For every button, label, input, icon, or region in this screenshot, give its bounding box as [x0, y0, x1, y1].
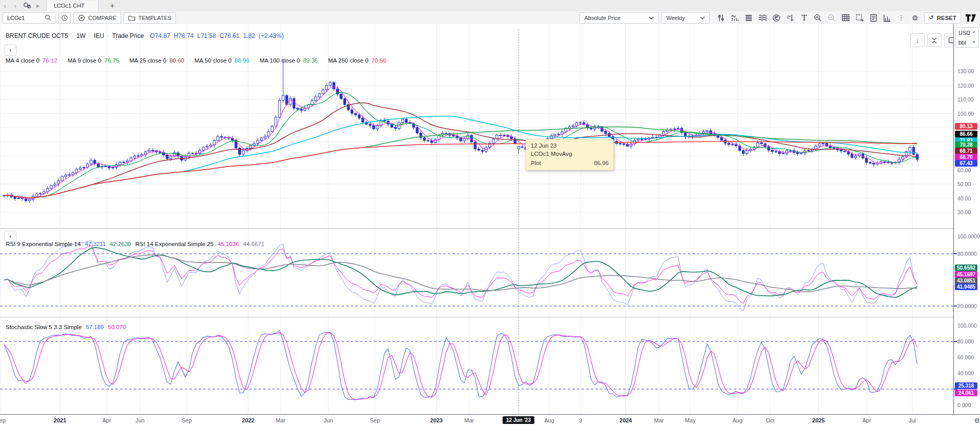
ma-value: 86.96 — [235, 57, 250, 64]
bar-chart-icon[interactable] — [881, 12, 893, 24]
chart-toolbar: LCOc1 COMPARE TEMPLATES Absolute Price W… — [0, 11, 980, 24]
axis-tick-label: 120.00 — [957, 83, 974, 89]
main-legend[interactable]: BRENT CRUDE OCT5 · 1W · IEU · Trade Pric… — [6, 32, 284, 39]
price-axis[interactable]: USD▼ bbl▼ 130.00120.00110.00100.0060.005… — [953, 24, 980, 414]
time-axis-label: 2023 — [430, 417, 443, 423]
axis-tick-label: 30.00 — [957, 209, 971, 215]
unit-selector[interactable]: USD▼ bbl▼ — [955, 27, 979, 48]
time-axis[interactable]: Sep2021AprJunSep2022MarJunSep2023MarAug9… — [0, 414, 953, 426]
time-axis-label: 2025 — [812, 417, 825, 423]
symbol-description: BRENT CRUDE OCT5 — [6, 32, 68, 39]
forward-icon[interactable]: › — [10, 2, 21, 10]
time-axis-label: Aug — [544, 417, 554, 423]
toolbar-right-cluster: Absolute Price Weekly T — [579, 12, 977, 24]
history-clock-button[interactable] — [58, 12, 71, 24]
text-tool-icon[interactable]: T — [798, 12, 810, 24]
time-axis-label: May — [685, 417, 696, 423]
currency-select[interactable]: USD▼ — [956, 28, 978, 37]
time-axis-label: 9 — [579, 417, 582, 423]
search-lock-icon[interactable] — [21, 0, 33, 11]
data-table-icon[interactable] — [839, 12, 852, 24]
indicator-legend-part: 50.070 — [108, 324, 126, 330]
ma-label: MA 250 close 0 — [328, 57, 369, 64]
collapse-legend-button[interactable]: ‹ — [5, 45, 16, 56]
ma-legend-item[interactable]: MA 50 close 086.96 — [194, 57, 249, 64]
ohlc-value: 1.82 — [243, 32, 255, 39]
indicator-legend-part: 57.189 — [86, 324, 104, 330]
tab-bar: ‹ › ▶ LCOc1 CHT + — [0, 0, 980, 12]
price-badge: 50.6592 — [955, 265, 977, 271]
price-badge: 67.43 — [955, 160, 977, 167]
tab-lcoc1-cht[interactable]: LCOc1 CHT — [46, 1, 98, 11]
zoom-in-icon[interactable] — [812, 12, 824, 24]
axis-tick-label: 20.0000 — [957, 303, 977, 309]
price-mode-select[interactable]: Absolute Price — [579, 12, 658, 24]
clock-icon — [61, 14, 68, 22]
time-axis-label: 2024 — [619, 417, 632, 423]
ohlc-value: (+2.43%) — [258, 32, 284, 39]
settings-gear-icon[interactable]: ⚙ — [909, 12, 921, 24]
legend-exchange: IEU — [94, 32, 104, 39]
indicator-legend-part: RSI 14 Exponential Simple 25 — [135, 241, 214, 247]
zoom-out-icon — [826, 12, 838, 24]
ohlc-value: O74.87 — [150, 32, 170, 39]
axis-settings-icon[interactable]: ⚙ — [974, 417, 980, 424]
price-pane-canvas[interactable] — [0, 24, 953, 228]
chevron-down-icon: ▼ — [972, 30, 976, 35]
symbol-value: LCOc1 — [7, 15, 25, 21]
time-axis-label: Jun — [324, 417, 333, 423]
back-icon[interactable]: ‹ — [0, 2, 10, 10]
time-axis-label: Sep — [182, 417, 192, 423]
more-options-icon[interactable]: ⋮ — [895, 12, 907, 24]
legend-field: Trade Price — [112, 32, 144, 39]
indicator-sliders-icon[interactable] — [715, 12, 727, 24]
ma-value: 80.60 — [169, 57, 184, 64]
ma-legend-item[interactable]: MA 4 close 076.12 — [6, 57, 57, 64]
waves-icon[interactable] — [756, 12, 769, 24]
new-tab-button[interactable]: + — [106, 2, 119, 10]
axis-tick-label: 40.00 — [957, 195, 971, 201]
technical-chart-icon[interactable] — [729, 12, 741, 24]
unit-select[interactable]: bbl▼ — [956, 37, 978, 47]
tab-title: LCOc1 CHT — [54, 3, 85, 9]
axis-tick-label: 130.00 — [957, 68, 974, 74]
indicator-legend-part: Stochastic Slow 5 3 3 Simple — [6, 324, 82, 330]
ma-legend-item[interactable]: MA 100 close 089.36 — [259, 57, 317, 64]
stoch-pane-canvas[interactable] — [0, 318, 953, 413]
ma-legend-item[interactable]: MA 250 close 070.56 — [328, 57, 386, 64]
time-axis-label: 2021 — [54, 417, 66, 423]
snapshot-icon[interactable] — [853, 12, 866, 24]
compare-button[interactable]: COMPARE — [73, 12, 121, 24]
pane-buttons: ↓ — [910, 33, 958, 47]
ma-legend-item[interactable]: MA 9 close 076.75 — [68, 57, 119, 64]
events-e-circle-icon[interactable] — [770, 12, 783, 24]
reset-button[interactable]: ↺ RESET — [924, 12, 961, 24]
charting-application: ‹ › ▶ LCOc1 CHT + LCOc1 COMPARE TEMPLATE… — [0, 0, 980, 426]
drawing-tool-icon[interactable] — [784, 12, 796, 24]
ma-legend[interactable]: MA 4 close 076.12MA 9 close 076.75MA 25 … — [6, 57, 386, 64]
row-list-icon[interactable] — [743, 12, 755, 24]
ma-value: 70.56 — [371, 57, 386, 64]
interval-select[interactable]: Weekly — [662, 12, 710, 24]
indicator-legend-part: 42.2630 — [110, 241, 131, 247]
symbol-input[interactable]: LCOc1 — [3, 12, 56, 24]
collapse-rsi-legend-button[interactable]: ‹ — [5, 231, 16, 242]
time-axis-label: Mar — [465, 417, 474, 423]
templates-button[interactable]: TEMPLATES — [124, 12, 176, 24]
level-tick — [954, 341, 957, 342]
ohlc-value: L71.58 — [197, 32, 216, 39]
pane-divider[interactable] — [0, 228, 953, 229]
axis-tick-label: 0.000 — [957, 402, 971, 408]
scroll-to-recent-icon[interactable]: ↓ — [910, 33, 925, 47]
collapse-pane-icon[interactable] — [927, 33, 942, 47]
ma-legend-item[interactable]: MA 25 close 080.60 — [129, 57, 184, 64]
news-document-icon[interactable] — [867, 12, 879, 24]
crosshair-tooltip: 12 Jun 23 LCOc1 MovAvg Plot 86.96 — [526, 139, 614, 170]
templates-label: TEMPLATES — [138, 15, 172, 21]
rsi-legend[interactable]: RSI 9 Exponential Simple 1447.321142.263… — [6, 241, 265, 247]
ma-value: 89.36 — [303, 57, 318, 64]
stoch-legend[interactable]: Stochastic Slow 5 3 3 Simple57.18950.070 — [6, 324, 126, 330]
tooltip-row-value: 86.96 — [594, 160, 609, 166]
pane-divider[interactable] — [0, 317, 953, 317]
ma-label: MA 50 close 0 — [194, 57, 231, 64]
